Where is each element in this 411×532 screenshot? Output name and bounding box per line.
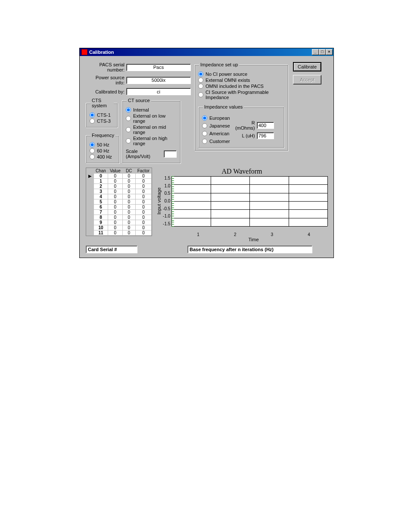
- l-label: L (uH): [233, 133, 255, 138]
- th-dc: DC: [122, 168, 135, 174]
- close-button[interactable]: ×: [326, 49, 333, 55]
- calibration-window: Calibration _ □ × PACS serial number: Po…: [79, 48, 334, 258]
- th-factor: Factor: [135, 168, 151, 174]
- ct-source-group: CT source Internal External on low range…: [122, 98, 181, 163]
- table-row[interactable]: 7000: [87, 210, 152, 215]
- minimize-button[interactable]: _: [312, 49, 319, 55]
- frequency-group: Frequency 50 Hz 60 Hz 400 Hz: [86, 133, 119, 163]
- radio-ext-mid[interactable]: External on mid range: [126, 124, 177, 135]
- titlebar[interactable]: Calibration _ □ ×: [80, 48, 333, 56]
- base-frequency-field[interactable]: Base frequency after n iterations (Hz): [187, 246, 312, 253]
- x-axis-label: Time: [180, 237, 327, 242]
- frequency-legend: Frequency: [90, 133, 115, 138]
- radio-ext-high[interactable]: External on high range: [126, 136, 177, 146]
- table-row[interactable]: 5000: [87, 199, 152, 205]
- table-row[interactable]: 8000: [87, 215, 152, 220]
- table-row[interactable]: 4000: [87, 194, 152, 199]
- impedance-values-legend: Impedance values: [203, 104, 244, 109]
- app-icon: [81, 49, 87, 55]
- th-value: Value: [108, 168, 122, 174]
- power-source-input[interactable]: [126, 77, 191, 84]
- radio-ext-omni[interactable]: External OMNI exists: [198, 78, 284, 83]
- card-serial-field[interactable]: Card Serial #: [86, 246, 137, 253]
- table-row[interactable]: 2000: [87, 184, 152, 189]
- radio-japanese[interactable]: Japanese: [202, 123, 230, 128]
- y-axis-label: Input voltage: [156, 176, 162, 226]
- radio-customer[interactable]: Customer: [202, 139, 230, 144]
- impedance-group: Impedance set up No CI power source Exte…: [194, 62, 288, 151]
- r-input[interactable]: [257, 122, 274, 129]
- radio-50hz[interactable]: 50 Hz: [90, 142, 115, 147]
- calibrate-button[interactable]: Calibrate: [293, 62, 321, 72]
- radio-ext-low[interactable]: External on low range: [126, 113, 177, 124]
- ad-waveform-chart: AD Waveform Input voltage 1.51.00.50.0-0…: [156, 168, 327, 242]
- cts-system-group: CTS system CTS-1 CTS-3: [86, 98, 118, 128]
- maximize-button[interactable]: □: [319, 49, 326, 55]
- ct-source-legend: CT source: [127, 98, 151, 103]
- table-row[interactable]: 9000: [87, 220, 152, 225]
- radio-60hz[interactable]: 60 Hz: [90, 148, 115, 153]
- cts-system-legend: CTS system: [90, 98, 114, 108]
- radio-cts3[interactable]: CTS-3: [90, 118, 114, 124]
- pacs-serial-label: PACS serial number:: [86, 62, 125, 72]
- scale-label: Scale (Amps/Volt): [126, 149, 162, 159]
- table-row[interactable]: 6000: [87, 205, 152, 210]
- table-row[interactable]: 3000: [87, 189, 152, 194]
- radio-internal[interactable]: Internal: [126, 107, 177, 112]
- table-row[interactable]: 11000: [87, 230, 152, 236]
- radio-american[interactable]: American: [202, 131, 230, 136]
- radio-400hz[interactable]: 400 Hz: [90, 154, 115, 159]
- window-title: Calibration: [89, 50, 114, 55]
- radio-european[interactable]: European: [202, 115, 230, 121]
- scale-input[interactable]: [164, 150, 177, 158]
- l-input[interactable]: [257, 132, 274, 139]
- radio-no-ci[interactable]: No CI power source: [198, 72, 284, 77]
- chart-title: AD Waveform: [156, 168, 327, 175]
- table-row[interactable]: ▶0000: [87, 174, 152, 179]
- table-row[interactable]: 1000: [87, 179, 152, 184]
- radio-omni-pacs[interactable]: OMNI included in the PACS: [198, 84, 284, 89]
- power-source-label: Power source info:: [86, 75, 125, 85]
- radio-prog-imp[interactable]: CI Source with Programmable Impedance: [198, 90, 284, 100]
- accept-button[interactable]: Accept: [293, 75, 321, 84]
- th-chan: Chan: [94, 168, 108, 174]
- radio-cts1[interactable]: CTS-1: [90, 112, 114, 118]
- table-row[interactable]: 10000: [87, 225, 152, 230]
- impedance-values-group: Impedance values European Japanese Ameri…: [198, 104, 284, 148]
- calibrated-by-input[interactable]: [126, 88, 191, 95]
- calibrated-by-label: Calibrated by:: [86, 89, 125, 94]
- pacs-serial-input[interactable]: [126, 64, 191, 71]
- r-label: R (mOhms): [233, 120, 255, 131]
- impedance-legend: Impedance set up: [199, 62, 239, 67]
- channel-table: Chan Value DC Factor ▶000010002000300040…: [86, 168, 152, 242]
